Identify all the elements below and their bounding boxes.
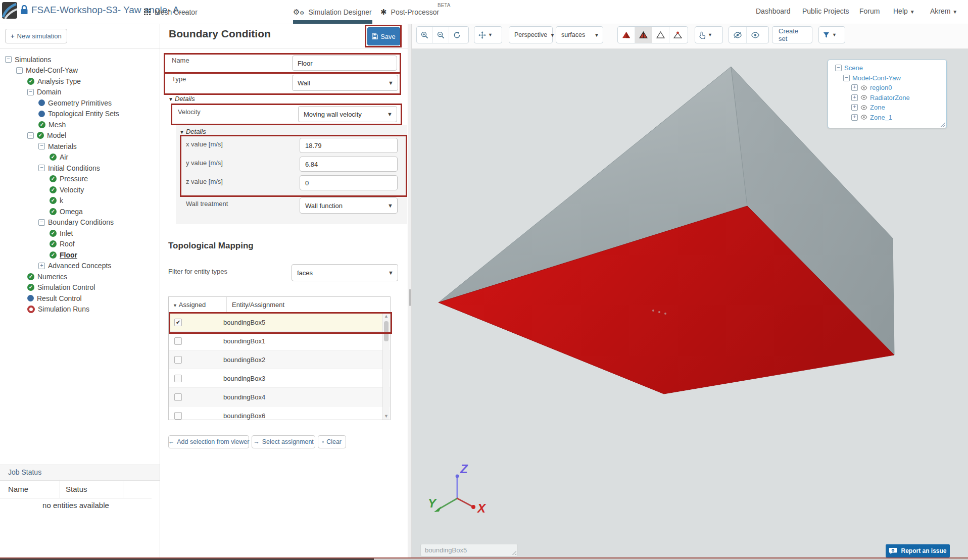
tree-item-simulation-runs[interactable]: Simulation Runs bbox=[0, 304, 160, 315]
scroll-down-icon[interactable]: ▼ bbox=[383, 413, 390, 420]
row-checkbox[interactable] bbox=[174, 356, 182, 364]
row-checkbox[interactable]: ✔ bbox=[174, 319, 182, 326]
table-row-boundingbox6[interactable]: boundingBox6 bbox=[169, 406, 390, 420]
row-checkbox[interactable] bbox=[174, 412, 182, 420]
tree-item-floor[interactable]: ✓ Floor bbox=[0, 249, 160, 261]
nav-forum[interactable]: Forum bbox=[859, 7, 880, 15]
scene-item-zone[interactable]: + Zone bbox=[828, 103, 946, 113]
eye-icon[interactable] bbox=[860, 115, 867, 120]
wall-treatment-select[interactable]: Wall function▼ bbox=[300, 197, 398, 214]
row-checkbox[interactable] bbox=[174, 375, 182, 382]
tree-item-geometry-primitives[interactable]: Geometry Primitives bbox=[0, 97, 160, 109]
scroll-up-icon[interactable]: ▲ bbox=[383, 313, 390, 320]
tree-item-domain[interactable]: − Domain bbox=[0, 87, 160, 98]
tree-item-materials[interactable]: − Materials bbox=[0, 141, 160, 152]
scene-item-scene[interactable]: − Scene bbox=[828, 63, 946, 73]
reset-view-button[interactable] bbox=[449, 27, 465, 43]
tree-expander-icon[interactable]: + bbox=[851, 104, 858, 111]
tab-post-processor[interactable]: ✱ Post-Processor bbox=[380, 0, 439, 24]
row-checkbox[interactable] bbox=[174, 337, 182, 345]
viewport-3d[interactable]: ▼ Perspective▼ surfaces▼ ▼ bbox=[412, 24, 968, 557]
scene-item-zone-1[interactable]: + Zone_1 bbox=[828, 113, 946, 123]
save-button[interactable]: Save bbox=[367, 27, 400, 45]
show-all-button[interactable] bbox=[747, 27, 764, 43]
tree-item-omega[interactable]: ✓ Omega bbox=[0, 206, 160, 217]
z-value-input[interactable] bbox=[300, 175, 398, 190]
show-surfaces-outline-button[interactable] bbox=[635, 27, 652, 43]
nav-public-projects[interactable]: Public Projects bbox=[802, 7, 849, 15]
projection-select[interactable]: Perspective▼ bbox=[509, 27, 558, 43]
tree-expander-icon[interactable]: − bbox=[38, 143, 45, 149]
details-toggle[interactable]: ▼Details bbox=[168, 95, 195, 103]
tree-item-topological-entity-sets[interactable]: Topological Entity Sets bbox=[0, 109, 160, 120]
type-select[interactable]: Wall▼ bbox=[292, 75, 398, 91]
report-an-issue-button[interactable]: Report an issue bbox=[886, 544, 950, 557]
eye-icon[interactable] bbox=[860, 95, 867, 100]
tree-expander-icon[interactable]: + bbox=[851, 94, 858, 101]
y-value-input[interactable] bbox=[300, 157, 398, 172]
name-input[interactable] bbox=[292, 56, 397, 71]
tree-item-simulation-control[interactable]: ✓ Simulation Control bbox=[0, 282, 160, 293]
zoom-out-button[interactable] bbox=[433, 27, 449, 43]
tree-expander-icon[interactable]: − bbox=[27, 89, 34, 95]
pick-mode-button[interactable]: ▼ bbox=[695, 27, 716, 43]
table-row-boundingbox4[interactable]: boundingBox4 bbox=[169, 388, 390, 406]
render-mode-select[interactable]: surfaces▼ bbox=[556, 27, 603, 43]
nav-user-menu[interactable]: Akrem ▼ bbox=[930, 7, 957, 15]
tree-item-pressure[interactable]: ✓ Pressure bbox=[0, 174, 160, 185]
tree-item-roof[interactable]: ✓ Roof bbox=[0, 239, 160, 250]
eye-icon[interactable] bbox=[860, 105, 867, 110]
velocity-select[interactable]: Moving wall velocity▼ bbox=[298, 106, 397, 122]
table-row-boundingbox2[interactable]: boundingBox2 bbox=[169, 350, 390, 369]
tree-expander-icon[interactable]: − bbox=[16, 67, 23, 74]
tree-expander-icon[interactable]: − bbox=[843, 75, 850, 81]
scrollbar-thumb[interactable] bbox=[384, 321, 389, 341]
tree-item-analysis-type[interactable]: ✓ Analysis Type bbox=[0, 76, 160, 87]
nav-help-menu[interactable]: Help ▼ bbox=[893, 7, 915, 15]
tree-item-simulations[interactable]: − Simulations bbox=[0, 54, 160, 65]
bounding-box-geometry[interactable] bbox=[439, 67, 894, 394]
tree-item-result-control[interactable]: Result Control bbox=[0, 293, 160, 304]
table-scrollbar[interactable]: ▲ ▼ bbox=[382, 313, 390, 420]
hide-selection-button[interactable] bbox=[729, 27, 747, 43]
tree-item-model[interactable]: − ✓ Model bbox=[0, 130, 160, 141]
tree-item-air[interactable]: ✓ Air bbox=[0, 152, 160, 163]
scene-item-radiatorzone[interactable]: + RadiatorZone bbox=[828, 93, 946, 103]
clear-button[interactable]: Clear bbox=[318, 435, 346, 448]
tree-expander-icon[interactable]: − bbox=[5, 56, 12, 63]
tree-item-k[interactable]: ✓ k bbox=[0, 195, 160, 207]
tree-item-advanced-concepts[interactable]: + Advanced Concepts bbox=[0, 261, 160, 272]
tree-expander-icon[interactable]: + bbox=[851, 114, 858, 121]
tree-expander-icon[interactable]: + bbox=[38, 263, 45, 269]
tab-mesh-creator[interactable]: Mesh Creator bbox=[144, 0, 198, 24]
sort-triangle-icon[interactable]: ▼ Assigned bbox=[173, 301, 206, 309]
panel-splitter[interactable] bbox=[408, 24, 412, 557]
tree-item-initial-conditions[interactable]: − Initial Conditions bbox=[0, 163, 160, 174]
tree-item-mesh[interactable]: ✓ Mesh bbox=[0, 119, 160, 130]
select-assignment-button[interactable]: →Select assignment bbox=[252, 435, 315, 448]
table-row-boundingbox3[interactable]: boundingBox3 bbox=[169, 369, 390, 388]
tree-item-numerics[interactable]: ✓ Numerics bbox=[0, 271, 160, 282]
scene-item-model-conf-yaw[interactable]: − Model-Conf-Yaw bbox=[828, 73, 946, 83]
resize-handle[interactable] bbox=[941, 122, 945, 127]
show-solid-surfaces-button[interactable] bbox=[618, 27, 635, 43]
add-selection-from-viewer-button[interactable]: ←Add selection from viewer bbox=[168, 435, 249, 448]
new-simulation-button[interactable]: + New simulation bbox=[5, 29, 67, 43]
tree-expander-icon[interactable]: − bbox=[38, 219, 45, 226]
simscale-logo[interactable] bbox=[2, 2, 17, 19]
scene-item-region0[interactable]: + region0 bbox=[828, 83, 946, 93]
create-set-button[interactable]: Create set bbox=[772, 27, 812, 43]
inner-details-toggle[interactable]: ▼Details bbox=[179, 128, 206, 135]
selection-name-box[interactable]: boundingBox5 bbox=[420, 544, 518, 556]
table-row-boundingbox5[interactable]: ✔ boundingBox5 bbox=[169, 313, 390, 332]
row-checkbox[interactable] bbox=[174, 393, 182, 401]
zoom-in-button[interactable] bbox=[417, 27, 433, 43]
tree-item-model-conf-yaw[interactable]: − Model-Conf-Yaw bbox=[0, 65, 160, 76]
tree-expander-icon[interactable]: + bbox=[851, 84, 858, 91]
nav-dashboard[interactable]: Dashboard bbox=[756, 7, 791, 15]
eye-icon[interactable] bbox=[860, 85, 867, 90]
x-value-input[interactable] bbox=[300, 138, 398, 153]
tree-expander-icon[interactable]: − bbox=[27, 132, 34, 139]
scene-tree-overlay[interactable]: − Scene − Model-Conf-Yaw + region0 + Rad… bbox=[828, 60, 947, 128]
tree-item-velocity[interactable]: ✓ Velocity bbox=[0, 184, 160, 195]
